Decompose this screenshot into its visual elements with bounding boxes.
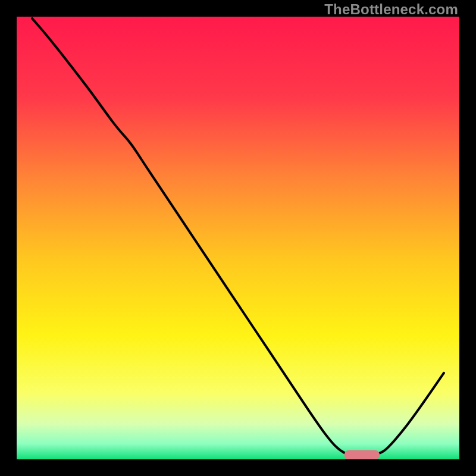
frame: TheBottleneck.com [0, 0, 476, 476]
optimal-marker [345, 450, 380, 459]
bottleneck-chart [17, 17, 459, 459]
chart-canvas [17, 17, 459, 459]
site-watermark: TheBottleneck.com [324, 1, 458, 18]
